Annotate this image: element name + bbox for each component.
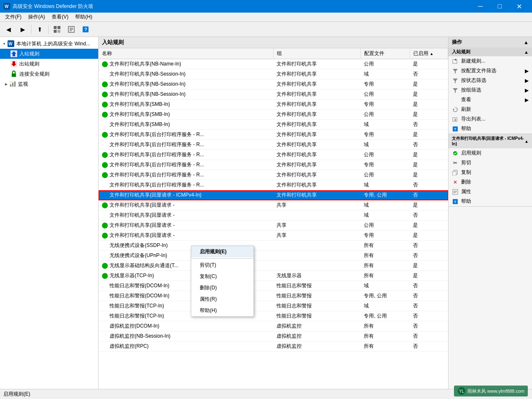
- window-controls: ─ □ ✕: [471, 0, 529, 13]
- sidebar-item-inbound[interactable]: 入站规则: [0, 49, 98, 59]
- status-enabled-icon: [102, 132, 108, 138]
- status-bar: 启用规则(E): [0, 389, 532, 399]
- table-row[interactable]: 文件和打印机共享(回显请求 -域否: [99, 210, 448, 220]
- sidebar-item-connection-security[interactable]: 连接安全规则: [0, 69, 98, 79]
- close-button[interactable]: ✕: [509, 0, 529, 13]
- table-row[interactable]: 文件和打印机共享(后台打印程序服务 - R...文件和打印机共享公用是: [99, 170, 448, 180]
- right-panel-view[interactable]: 查看 ▶: [449, 95, 532, 105]
- status-text: 启用规则(E): [3, 391, 30, 398]
- table-row[interactable]: 文件和打印机共享(NB-Session-In)文件和打印机共享域否: [99, 69, 448, 79]
- cell-profile: 专用: [360, 130, 409, 140]
- sidebar-item-root[interactable]: ▼ W 本地计算机 上的高级安全 Wind...: [0, 39, 98, 49]
- right-panel-filter-state[interactable]: 按状态筛选 ▶: [449, 76, 532, 85]
- table-row[interactable]: 性能日志和警报(DCOM-In)性能日志和警报域否: [99, 281, 448, 291]
- show-hide-button[interactable]: [50, 24, 64, 35]
- table-row[interactable]: 虚拟机监控(DCOM-In)虚拟机监控所有否: [99, 321, 448, 331]
- context-menu-item-cut[interactable]: 剪切(T): [191, 260, 253, 271]
- filter-profile-arrow: ▶: [525, 68, 529, 74]
- table-row[interactable]: 文件和打印机共享(SMB-In)文件和打印机共享专用是: [99, 100, 448, 110]
- right-panel-new-rule[interactable]: 新建规则...: [449, 56, 532, 66]
- up-button[interactable]: ⬆: [33, 24, 47, 35]
- col-header-group[interactable]: 组: [273, 48, 360, 59]
- cut-icon: ✂: [452, 160, 459, 166]
- cell-name: 文件和打印机共享(后台打印程序服务 - R...: [99, 170, 273, 180]
- menu-view[interactable]: 查看(V): [48, 13, 72, 21]
- cell-profile: 公用: [360, 89, 409, 100]
- right-panel-enable-rule[interactable]: 启用规则: [449, 148, 532, 158]
- col-header-profile[interactable]: 配置文件: [360, 48, 409, 59]
- forward-button[interactable]: ▶: [16, 24, 29, 35]
- table-row[interactable]: 文件和打印机共享(回显请求 -共享域是: [99, 200, 448, 210]
- cell-group: 文件和打印机共享: [273, 190, 360, 200]
- right-panel-cut[interactable]: ✂ 剪切: [449, 158, 532, 168]
- sidebar-root-label: 本地计算机 上的高级安全 Wind...: [16, 40, 90, 47]
- copy-label: 复制: [461, 169, 471, 176]
- table-row[interactable]: 虚拟机监控(NB-Session-In)虚拟机监控所有否: [99, 331, 448, 341]
- right-panel-filter-profile[interactable]: 按配置文件筛选 ▶: [449, 66, 532, 76]
- table-row[interactable]: 性能日志和警报(TCP-In)性能日志和警报域否: [99, 301, 448, 311]
- cut-label: 剪切: [461, 159, 471, 166]
- maximize-button[interactable]: □: [490, 0, 509, 13]
- cell-profile: 专用: [360, 100, 409, 110]
- col-header-enabled[interactable]: 已启用 ▲: [409, 48, 448, 59]
- right-panel-refresh[interactable]: 刷新: [449, 105, 532, 114]
- rules-table[interactable]: 名称 组 配置文件 已启用 ▲ 文件和打印机共享(NB-Name-In)文件和打…: [99, 48, 448, 389]
- svg-rect-19: [12, 74, 16, 77]
- table-row[interactable]: 文件和打印机共享(SMB-In)文件和打印机共享公用是: [99, 110, 448, 120]
- view-arrow: ▶: [525, 97, 529, 103]
- context-menu-item-properties[interactable]: 属性(R): [191, 294, 253, 305]
- help-toolbar-button[interactable]: ?: [79, 24, 92, 35]
- cell-name: 虚拟机监控(RPC): [99, 341, 273, 352]
- svg-rect-22: [12, 83, 13, 87]
- table-row[interactable]: 无线显示器(TCP-In)无线显示器所有是: [99, 271, 448, 281]
- menu-help[interactable]: 帮助(H): [72, 13, 96, 21]
- right-panel-help[interactable]: ? 帮助: [449, 124, 532, 134]
- table-row[interactable]: 文件和打印机共享(NB-Session-In)文件和打印机共享公用是: [99, 89, 448, 100]
- table-row[interactable]: 文件和打印机共享(后台打印程序服务 - R...文件和打印机共享域否: [99, 140, 448, 150]
- col-header-name[interactable]: 名称: [99, 48, 273, 59]
- table-row[interactable]: 文件和打印机共享(回显请求 - ICMPv4-In)文件和打印机共享专用, 公用…: [99, 190, 448, 200]
- table-row[interactable]: 文件和打印机共享(后台打印程序服务 - R...文件和打印机共享域否: [99, 180, 448, 190]
- right-panel-properties[interactable]: 属性: [449, 187, 532, 197]
- table-row[interactable]: 文件和打印机共享(回显请求 -共享公用是: [99, 220, 448, 231]
- cell-profile: 域: [360, 301, 409, 311]
- status-enabled-icon: [102, 223, 108, 228]
- table-row[interactable]: 虚拟机监控(RPC)虚拟机监控所有否: [99, 341, 448, 352]
- status-enabled-icon: [102, 202, 108, 208]
- sidebar-item-monitoring[interactable]: ▶ 监视: [0, 79, 98, 89]
- context-menu-item-delete[interactable]: 删除(D): [191, 282, 253, 294]
- table-row[interactable]: 无线显示基础结构反向通道(T...所有是: [99, 261, 448, 271]
- right-panel-export[interactable]: 导出列表...: [449, 114, 532, 124]
- right-panel-copy[interactable]: 复制: [449, 168, 532, 177]
- table-row[interactable]: 文件和打印机共享(SMB-In)文件和打印机共享域否: [99, 120, 448, 130]
- sidebar-item-outbound[interactable]: 出站规则: [0, 59, 98, 69]
- table-row[interactable]: 文件和打印机共享(后台打印程序服务 - R...文件和打印机共享专用是: [99, 160, 448, 170]
- table-row[interactable]: 无线便携式设备(SSDP-In)所有否: [99, 241, 448, 251]
- back-button[interactable]: ◀: [2, 24, 15, 35]
- table-row[interactable]: 文件和打印机共享(后台打印程序服务 - R...文件和打印机共享专用是: [99, 130, 448, 140]
- menu-action[interactable]: 操作(A): [25, 13, 48, 21]
- context-menu-item-copy[interactable]: 复制(C): [191, 271, 253, 282]
- cell-enabled: 是: [409, 100, 448, 110]
- table-row[interactable]: 文件和打印机共享(NB-Name-In)文件和打印机共享公用是: [99, 59, 448, 69]
- table-row[interactable]: 文件和打印机共享(NB-Session-In)文件和打印机共享专用是: [99, 79, 448, 89]
- table-row[interactable]: 文件和打印机共享(回显请求 -共享专用是: [99, 231, 448, 241]
- cell-profile: 域: [360, 69, 409, 79]
- properties-button[interactable]: [65, 24, 78, 35]
- right-panel-filter-group[interactable]: 按组筛选 ▶: [449, 85, 532, 95]
- table-row[interactable]: 无线便携式设备(UPnP-In)所有否: [99, 251, 448, 261]
- menu-file[interactable]: 文件(F): [2, 13, 25, 21]
- cell-group: 文件和打印机共享: [273, 130, 360, 140]
- table-row[interactable]: 性能日志和警报(TCP-In)性能日志和警报专用, 公用否: [99, 311, 448, 321]
- context-menu-item-enable-rule[interactable]: 启用规则(E): [191, 246, 253, 257]
- context-menu-item-help[interactable]: 帮助(H): [191, 305, 253, 316]
- minimize-button[interactable]: ─: [471, 0, 490, 13]
- right-panel-help2[interactable]: ? 帮助: [449, 197, 532, 206]
- cell-profile: 专用, 公用: [360, 291, 409, 301]
- delete-icon: ✕: [452, 179, 459, 186]
- table-row[interactable]: 文件和打印机共享(后台打印程序服务 - R...文件和打印机共享公用是: [99, 150, 448, 160]
- cell-group: 文件和打印机共享: [273, 120, 360, 130]
- right-panel-delete[interactable]: ✕ 删除: [449, 177, 532, 187]
- cell-name: 虚拟机监控(DCOM-In): [99, 321, 273, 331]
- table-row[interactable]: 性能日志和警报(DCOM-In)性能日志和警报专用, 公用否: [99, 291, 448, 301]
